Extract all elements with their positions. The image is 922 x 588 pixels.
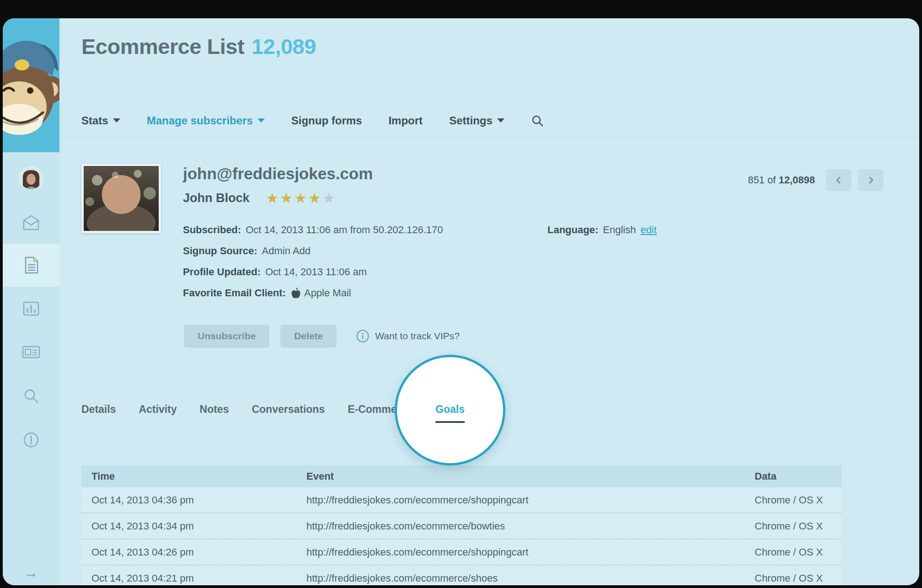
nav-search-button[interactable] [531, 114, 544, 127]
column-header-data: Data [755, 470, 842, 482]
chevron-left-icon [833, 175, 844, 186]
sidebar-item-search[interactable] [3, 374, 59, 417]
field-signup-source: Signup Source: Admin Add [183, 241, 443, 262]
sidebar-item-reports[interactable] [3, 287, 59, 330]
table-row: Oct 14, 2013 04:21 pm http://freddiesjok… [81, 566, 842, 585]
star-icon: ★ [322, 190, 337, 206]
mailchimp-logo[interactable] [3, 18, 59, 152]
search-icon [531, 114, 544, 127]
column-header-time: Time [81, 470, 306, 482]
sidebar-collapse-arrow[interactable]: → [3, 565, 59, 581]
nav-item-signup-forms[interactable]: Signup forms [291, 114, 362, 127]
star-rating: ★★★★★ [266, 191, 337, 205]
tab-details[interactable]: Details [81, 403, 116, 416]
table-header: Time Event Data [81, 465, 842, 487]
apple-icon [291, 288, 300, 299]
list-name: Ecommerce List [81, 34, 244, 59]
field-language: Language: English edit [547, 219, 657, 241]
main-content: Ecommerce List12,089 Stats Manage subscr… [59, 18, 919, 585]
sidebar-item-alerts[interactable] [3, 418, 59, 461]
search-icon [22, 387, 40, 405]
subscriber-email: john@freddiesjokes.com [183, 165, 373, 183]
tab-activity[interactable]: Activity [139, 403, 177, 416]
avatar [20, 167, 42, 189]
sidebar-item-campaigns[interactable] [3, 201, 59, 244]
nav-item-import[interactable]: Import [388, 114, 423, 127]
subscriber-photo [81, 164, 161, 233]
table-row: Oct 14, 2013 04:36 pm http://freddiesjok… [81, 487, 842, 513]
subscriber-actions: Unsubscribe Delete Want to track VIPs? [184, 325, 460, 347]
pager-position: 851 of 12,0898 [748, 174, 815, 186]
star-icon: ★ [308, 190, 322, 206]
tab-notes[interactable]: Notes [200, 403, 229, 416]
subscriber-fields: Subscribed: Oct 14, 2013 11:06 am from 5… [183, 219, 443, 304]
subscriber-name-row: John Block ★★★★★ [183, 191, 337, 205]
column-header-event: Event [306, 470, 755, 482]
table-row: Oct 14, 2013 04:26 pm http://freddiesjok… [81, 540, 842, 566]
vip-hint-text: Want to track VIPs? [375, 331, 460, 342]
field-email-client: Favorite Email Client: Apple Mail [183, 283, 443, 304]
goals-table: Time Event Data Oct 14, 2013 04:36 pm ht… [81, 465, 842, 585]
prev-subscriber-button[interactable] [826, 169, 852, 191]
sidebar: → [3, 18, 59, 585]
subscriber-pager: 851 of 12,0898 [748, 169, 884, 191]
info-icon[interactable] [356, 329, 370, 343]
tab-goals[interactable]: Goals [435, 403, 465, 416]
caret-down-icon [497, 118, 504, 123]
star-icon: ★ [266, 190, 280, 206]
vip-hint: Want to track VIPs? [356, 329, 460, 343]
sidebar-item-automation[interactable] [3, 331, 59, 374]
language-edit-link[interactable]: edit [640, 224, 656, 236]
subscriber-name: John Block [183, 191, 250, 205]
bar-chart-icon [21, 299, 41, 318]
chevron-right-icon [865, 175, 876, 186]
field-profile-updated: Profile Updated: Oct 14, 2013 11:06 am [183, 262, 443, 283]
sidebar-item-profile[interactable] [3, 157, 59, 200]
nav-item-settings[interactable]: Settings [449, 114, 504, 127]
caret-down-icon [257, 118, 265, 123]
caret-down-icon [113, 118, 120, 123]
star-icon: ★ [280, 190, 294, 206]
list-count: 12,089 [252, 34, 316, 59]
alert-icon [21, 430, 41, 449]
sidebar-item-lists[interactable] [3, 244, 59, 287]
page-title: Ecommerce List12,089 [81, 34, 316, 59]
document-icon [21, 256, 41, 275]
nav-item-stats[interactable]: Stats [81, 114, 120, 127]
freddie-mascot-icon [3, 21, 59, 152]
nav-item-manage-subscribers[interactable]: Manage subscribers [147, 114, 265, 127]
app-window: → Ecommerce List12,089 Stats Manage subs… [3, 18, 919, 585]
subscriber-tabs: Details Activity Notes Conversations E-C… [81, 403, 465, 416]
list-nav: Stats Manage subscribers Signup forms Im… [59, 105, 919, 136]
star-icon: ★ [294, 190, 308, 206]
envelope-icon [21, 214, 41, 232]
field-subscribed: Subscribed: Oct 14, 2013 11:06 am from 5… [183, 219, 443, 241]
table-row: Oct 14, 2013 04:34 pm http://freddiesjok… [81, 513, 842, 540]
unsubscribe-button[interactable]: Unsubscribe [184, 325, 269, 347]
tab-conversations[interactable]: Conversations [252, 403, 325, 416]
card-icon [21, 343, 41, 361]
delete-button[interactable]: Delete [280, 325, 337, 347]
next-subscriber-button[interactable] [858, 169, 884, 191]
